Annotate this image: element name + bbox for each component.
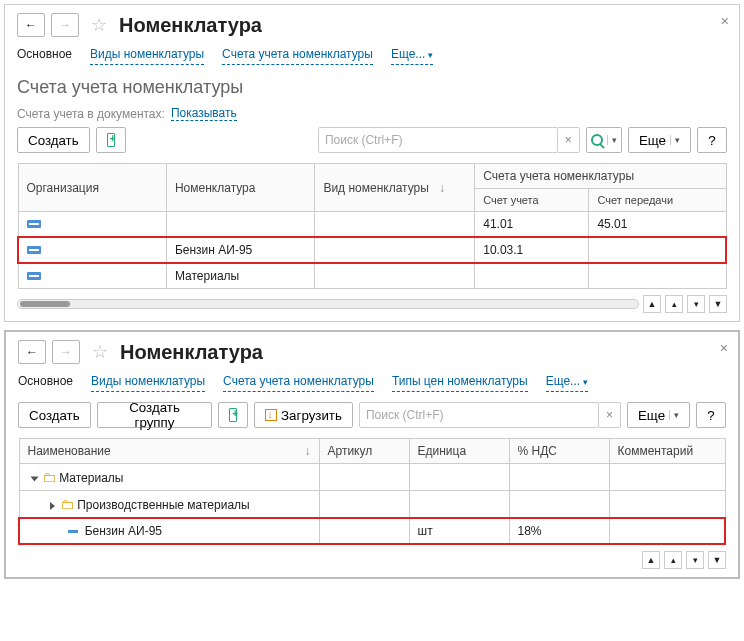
expand-icon[interactable] bbox=[30, 476, 38, 481]
col-type[interactable]: Вид номенклатуры ↓ bbox=[315, 164, 475, 212]
tab-accounts[interactable]: Счета учета номенклатуры bbox=[223, 374, 374, 392]
create-group-button[interactable]: Создать группу bbox=[97, 402, 213, 428]
tree-row[interactable]: Бензин АИ-95 шт 18% bbox=[19, 518, 725, 544]
table-row[interactable]: Материалы bbox=[18, 263, 726, 289]
scroll-up-button[interactable]: ▴ bbox=[665, 295, 683, 313]
folder-icon: 🗀 bbox=[60, 496, 74, 512]
more-button[interactable]: Еще▾ bbox=[628, 127, 691, 153]
tab-more[interactable]: Еще... bbox=[546, 374, 588, 392]
close-icon[interactable]: × bbox=[720, 340, 728, 356]
col-comment[interactable]: Комментарий bbox=[609, 439, 725, 464]
table-row[interactable]: Бензин АИ-95 10.03.1 bbox=[18, 237, 726, 263]
scroll-top-button[interactable]: ▲ bbox=[643, 295, 661, 313]
search-input[interactable]: Поиск (Ctrl+F) bbox=[359, 402, 599, 428]
tree-row[interactable]: 🗀 Материалы bbox=[19, 464, 725, 491]
col-acct-group: Счета учета номенклатуры bbox=[475, 164, 726, 189]
section-subtitle: Счета учета номенклатуры bbox=[17, 77, 727, 98]
table-row[interactable]: 41.01 45.01 bbox=[18, 212, 726, 238]
clear-search-button[interactable]: × bbox=[599, 402, 621, 428]
tree-row[interactable]: 🗀 Производственные материалы bbox=[19, 491, 725, 519]
col-article[interactable]: Артикул bbox=[319, 439, 409, 464]
record-icon bbox=[27, 220, 41, 228]
doc-plus-icon bbox=[107, 133, 115, 147]
scroll-down-button[interactable]: ▾ bbox=[687, 295, 705, 313]
clear-search-button[interactable]: × bbox=[558, 127, 580, 153]
search-icon bbox=[591, 134, 603, 146]
tab-types[interactable]: Виды номенклатуры bbox=[91, 374, 205, 392]
back-button[interactable]: ← bbox=[18, 340, 46, 364]
scroll-up-button[interactable]: ▴ bbox=[664, 551, 682, 569]
col-org[interactable]: Организация bbox=[18, 164, 166, 212]
load-button[interactable]: Загрузить bbox=[254, 402, 353, 428]
chevron-down-icon: ▾ bbox=[607, 135, 617, 145]
create-button[interactable]: Создать bbox=[18, 402, 91, 428]
h-scrollbar[interactable] bbox=[17, 299, 639, 309]
scroll-down-button[interactable]: ▾ bbox=[686, 551, 704, 569]
tab-pricetypes[interactable]: Типы цен номенклатуры bbox=[392, 374, 528, 392]
sort-arrow-icon: ↓ bbox=[439, 181, 445, 195]
col-acct[interactable]: Счет учета bbox=[475, 189, 589, 212]
sort-arrow-icon: ↓ bbox=[305, 444, 311, 458]
back-button[interactable]: ← bbox=[17, 13, 45, 37]
create-button[interactable]: Создать bbox=[17, 127, 90, 153]
tab-more[interactable]: Еще... bbox=[391, 47, 433, 65]
col-unit[interactable]: Единица bbox=[409, 439, 509, 464]
folder-icon: 🗀 bbox=[42, 469, 56, 485]
doc-plus-icon bbox=[229, 408, 237, 422]
record-icon bbox=[27, 246, 41, 254]
search-input[interactable]: Поиск (Ctrl+F) bbox=[318, 127, 558, 153]
create-copy-button[interactable] bbox=[218, 402, 248, 428]
page-title: Номенклатура bbox=[120, 341, 263, 364]
forward-button[interactable]: → bbox=[51, 13, 79, 37]
scroll-top-button[interactable]: ▲ bbox=[642, 551, 660, 569]
create-copy-button[interactable] bbox=[96, 127, 126, 153]
col-nomen[interactable]: Номенклатура bbox=[166, 164, 314, 212]
close-icon[interactable]: × bbox=[721, 13, 729, 29]
scroll-bottom-button[interactable]: ▼ bbox=[708, 551, 726, 569]
scroll-bottom-button[interactable]: ▼ bbox=[709, 295, 727, 313]
page-title: Номенклатура bbox=[119, 14, 262, 37]
tab-accounts[interactable]: Счета учета номенклатуры bbox=[222, 47, 373, 65]
item-icon bbox=[68, 530, 78, 533]
col-name[interactable]: Наименование ↓ bbox=[19, 439, 319, 464]
star-icon[interactable]: ☆ bbox=[91, 14, 107, 36]
record-icon bbox=[27, 272, 41, 280]
tab-main[interactable]: Основное bbox=[18, 374, 73, 392]
accounts-table: Организация Номенклатура Вид номенклатур… bbox=[17, 163, 727, 289]
col-transfer[interactable]: Счет передачи bbox=[589, 189, 726, 212]
tab-main[interactable]: Основное bbox=[17, 47, 72, 65]
col-vat[interactable]: % НДС bbox=[509, 439, 609, 464]
tab-types[interactable]: Виды номенклатуры bbox=[90, 47, 204, 65]
forward-button[interactable]: → bbox=[52, 340, 80, 364]
star-icon[interactable]: ☆ bbox=[92, 341, 108, 363]
help-button[interactable]: ? bbox=[696, 402, 726, 428]
more-button[interactable]: Еще▾ bbox=[627, 402, 690, 428]
search-button[interactable]: ▾ bbox=[586, 127, 622, 153]
docs-value-link[interactable]: Показывать bbox=[171, 106, 237, 121]
items-table: Наименование ↓ Артикул Единица % НДС Ком… bbox=[18, 438, 726, 545]
help-button[interactable]: ? bbox=[697, 127, 727, 153]
expand-icon[interactable] bbox=[50, 502, 55, 510]
load-icon bbox=[265, 409, 277, 421]
docs-label: Счета учета в документах: bbox=[17, 107, 165, 121]
